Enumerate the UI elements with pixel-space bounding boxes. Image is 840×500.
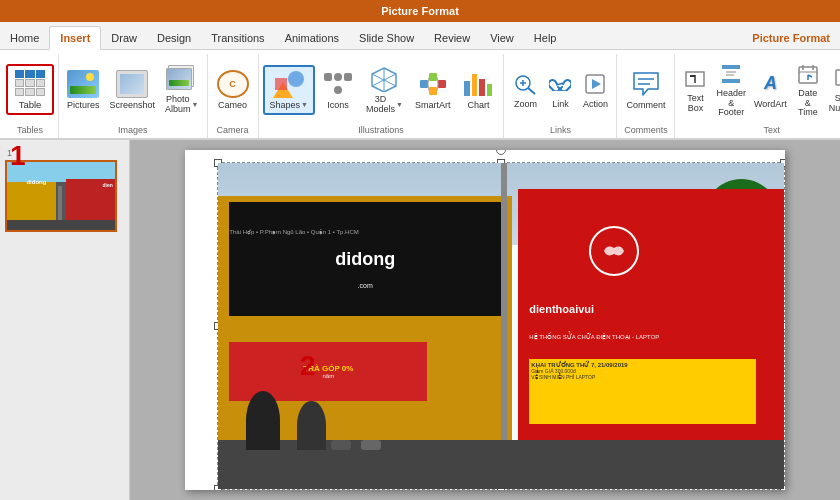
wordart-label: WordArt <box>754 99 787 109</box>
date-time-button[interactable]: Date &Time <box>792 58 824 122</box>
slide-panel: 1 didong dien <box>0 140 130 500</box>
action-label: Action <box>583 99 608 109</box>
slide-number-label: SlideNumber <box>829 94 840 114</box>
screenshot-label: Screenshot <box>110 100 156 110</box>
street-photo: didong .com Thái Hợp • P.Phạm Ngũ Lão • … <box>218 163 784 489</box>
tab-transitions[interactable]: Transitions <box>201 27 274 49</box>
ribbon-group-illustrations-label: Illustrations <box>263 125 500 138</box>
smartart-button[interactable]: SmartArt <box>410 67 456 113</box>
slide-thumbnail-container[interactable]: 1 didong dien <box>5 148 124 232</box>
slide-number-button[interactable]: # SlideNumber <box>826 63 840 117</box>
comment-icon <box>630 70 662 98</box>
link-button[interactable]: Link <box>543 68 577 112</box>
photo-album-label: PhotoAlbum <box>165 95 191 115</box>
3d-models-button[interactable]: 3DModels ▼ <box>361 62 408 118</box>
pictures-button[interactable]: Pictures <box>63 67 104 113</box>
ribbon-group-camera-label: Camera <box>212 125 254 138</box>
tab-help[interactable]: Help <box>524 27 567 49</box>
shapes-label: Shapes <box>270 100 301 110</box>
tab-slideshow[interactable]: Slide Show <box>349 27 424 49</box>
cameo-button[interactable]: C Cameo <box>212 67 254 113</box>
ribbon-group-text: TextBox Header& Footer A WordArt Date &T… <box>675 54 840 138</box>
svg-line-10 <box>437 77 438 84</box>
cameo-icon: C <box>217 70 249 98</box>
rotate-handle[interactable] <box>496 150 506 155</box>
slide-thumbnail[interactable]: didong dien <box>5 160 117 232</box>
tab-insert[interactable]: Insert <box>49 26 101 50</box>
ribbon-group-images-label: Images <box>63 125 203 138</box>
ribbon: Table Tables Pictures Screenshot <box>0 50 840 140</box>
ribbon-group-comments-label: Comments <box>621 125 670 138</box>
wordart-button[interactable]: A WordArt <box>751 68 790 112</box>
table-label: Table <box>19 99 42 110</box>
svg-line-11 <box>437 84 438 91</box>
ribbon-group-links: Zoom Link Action Links <box>504 54 617 138</box>
table-icon <box>14 69 46 97</box>
svg-rect-25 <box>722 79 740 83</box>
photo-album-button[interactable]: PhotoAlbum ▼ <box>161 62 202 118</box>
photo-album-dropdown-arrow: ▼ <box>192 101 199 108</box>
ribbon-group-images: Pictures Screenshot PhotoAlbum <box>59 54 208 138</box>
tab-review[interactable]: Review <box>424 27 480 49</box>
svg-rect-24 <box>722 65 740 69</box>
text-box-button[interactable]: TextBox <box>679 63 711 117</box>
ribbon-group-links-inner: Zoom Link Action <box>508 54 612 125</box>
title-bar-text: Picture Format <box>381 5 459 17</box>
ribbon-group-comments: Comment Comments <box>617 54 675 138</box>
action-button[interactable]: Action <box>578 68 612 112</box>
svg-rect-6 <box>429 87 437 95</box>
link-label: Link <box>552 99 569 109</box>
date-time-label: Date &Time <box>795 89 821 119</box>
screenshot-button[interactable]: Screenshot <box>106 67 160 113</box>
ribbon-group-text-inner: TextBox Header& Footer A WordArt Date &T… <box>679 54 840 125</box>
screenshot-icon <box>116 70 148 98</box>
ribbon-group-tables: Table Tables <box>2 54 59 138</box>
ribbon-group-links-label: Links <box>508 125 612 138</box>
3d-models-label: 3DModels <box>366 95 395 115</box>
tab-home[interactable]: Home <box>0 27 49 49</box>
ribbon-group-comments-inner: Comment <box>621 54 670 125</box>
comment-button[interactable]: Comment <box>621 67 670 113</box>
comment-label: Comment <box>626 100 665 110</box>
chart-button[interactable]: Chart <box>457 67 499 113</box>
header-footer-label: Header& Footer <box>716 89 746 119</box>
tab-animations[interactable]: Animations <box>275 27 349 49</box>
main-area: 1 2 1 didong dien <box>0 140 840 500</box>
picture-frame[interactable]: didong .com Thái Hợp • P.Phạm Ngũ Lão • … <box>217 162 785 490</box>
slide-canvas[interactable]: didong .com Thái Hợp • P.Phạm Ngũ Lão • … <box>185 150 785 490</box>
shapes-button[interactable]: Shapes ▼ <box>263 65 315 115</box>
link-icon <box>546 71 574 97</box>
tab-view[interactable]: View <box>480 27 524 49</box>
zoom-button[interactable]: Zoom <box>508 68 542 112</box>
action-icon <box>581 71 609 97</box>
tab-design[interactable]: Design <box>147 27 201 49</box>
icons-icon <box>322 70 354 98</box>
tab-draw[interactable]: Draw <box>101 27 147 49</box>
svg-rect-4 <box>420 80 428 88</box>
zoom-icon <box>511 71 539 97</box>
ribbon-group-illustrations-inner: Shapes ▼ Icons <box>263 54 500 125</box>
header-footer-button[interactable]: Header& Footer <box>713 58 749 122</box>
svg-line-13 <box>528 88 535 94</box>
date-time-icon <box>795 61 821 87</box>
svg-marker-18 <box>592 79 601 89</box>
smartart-label: SmartArt <box>415 100 451 110</box>
smartart-icon <box>417 70 449 98</box>
wordart-icon: A <box>757 71 783 97</box>
ribbon-group-tables-label: Tables <box>6 125 54 138</box>
slide-number-label-panel: 1 <box>5 148 124 158</box>
svg-line-9 <box>428 84 429 91</box>
header-footer-icon <box>718 61 744 87</box>
icons-label: Icons <box>327 100 349 110</box>
shapes-dropdown-arrow: ▼ <box>301 101 308 108</box>
zoom-label: Zoom <box>514 99 537 109</box>
icons-button[interactable]: Icons <box>317 67 359 113</box>
ribbon-group-images-inner: Pictures Screenshot PhotoAlbum <box>63 54 203 125</box>
ribbon-tabs: Home Insert Draw Design Transitions Anim… <box>0 22 840 50</box>
svg-line-8 <box>428 77 429 84</box>
ribbon-group-camera: C Cameo Camera <box>208 54 259 138</box>
photo-album-icon <box>166 65 198 93</box>
tab-picture-format[interactable]: Picture Format <box>742 27 840 49</box>
table-button[interactable]: Table <box>6 64 54 115</box>
chart-label: Chart <box>467 100 489 110</box>
